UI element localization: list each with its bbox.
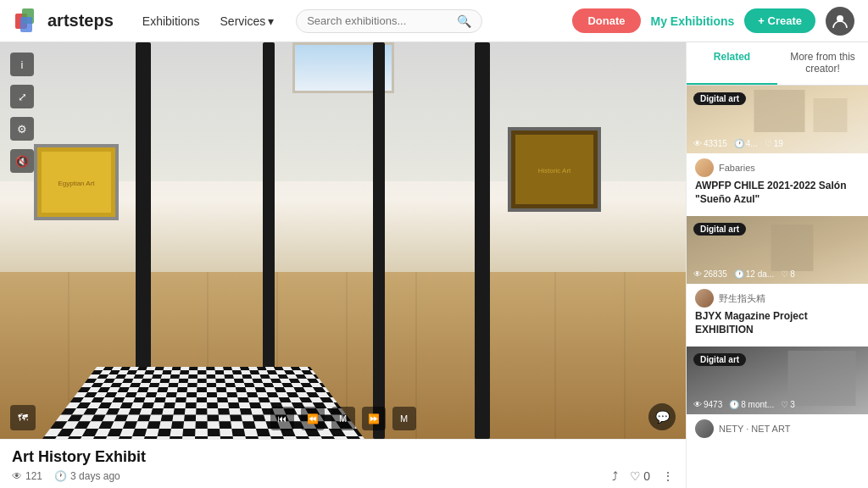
card-author-1: Fabaries	[695, 158, 860, 177]
author-avatar-1	[695, 158, 714, 177]
dropdown-chevron-icon: ▾	[268, 14, 274, 28]
card-author-2: 野生指头精	[695, 289, 860, 308]
rewind-button[interactable]: ⏪	[301, 407, 325, 430]
heart-icon: ♡	[781, 269, 788, 279]
logo-icon	[14, 7, 42, 36]
card-stats-2: 👁 26835 🕐 12 da... ♡ 8	[693, 269, 861, 279]
user-avatar-button[interactable]	[826, 7, 854, 36]
sidebar-card-1[interactable]: Digital art 👁 43315 🕐 4... ♡ 19	[687, 86, 868, 213]
meta-actions: ⤴ ♡ 0 ⋮	[612, 469, 674, 483]
chat-button[interactable]: 💬	[648, 403, 676, 430]
create-button[interactable]: + Create	[744, 8, 815, 33]
viewer-controls: i ⤢ ⚙ 🔇	[10, 53, 34, 173]
services-nav-link[interactable]: Services ▾	[212, 9, 283, 33]
fast-forward-button[interactable]: ⏩	[362, 407, 386, 430]
clock-icon: 🕐	[734, 139, 744, 148]
donate-button[interactable]: Donate	[572, 8, 640, 33]
info-bar: Art History Exhibit 👁 121 🕐 3 days ago ⤴…	[0, 439, 686, 488]
viewer-area: Egyptian Art Historic Art i ⤢ ⚙ 🔇	[0, 42, 686, 488]
clock-icon: 🕐	[734, 269, 744, 279]
card-likes-3: ♡ 3	[781, 400, 795, 409]
header: artsteps Exhibitions Services ▾ 🔍 Donate…	[0, 0, 868, 42]
card-info-3: NETY · NET ART	[687, 414, 868, 447]
heart-icon: ♡	[765, 139, 772, 148]
svg-rect-11	[754, 90, 805, 132]
search-input[interactable]	[307, 14, 453, 27]
card-badge-3: Digital art	[693, 353, 746, 366]
playback-controls: ⏮ ⏪ M ⏩ M	[270, 407, 416, 430]
time-meta: 🕐 3 days ago	[54, 470, 120, 482]
svg-rect-2	[20, 17, 32, 32]
svg-text:Egyptian Art: Egyptian Art	[58, 180, 95, 187]
views-meta: 👁 121	[12, 470, 42, 482]
my-exhibitions-link[interactable]: My Exhibitions	[651, 14, 735, 28]
card-thumbnail-2: Digital art 👁 26835 🕐 12 da... ♡ 8	[687, 216, 868, 284]
card-likes-2: ♡ 8	[781, 269, 795, 279]
card-title-1: AWPFP CHILE 2021-2022 Salón "Sueño Azul"	[695, 180, 860, 206]
play-button[interactable]: M	[331, 407, 355, 430]
search-icon[interactable]: 🔍	[457, 14, 471, 28]
exhibit-meta: 👁 121 🕐 3 days ago ⤴ ♡ 0 ⋮	[12, 469, 674, 483]
sidebar-card-3[interactable]: Digital art 👁 9473 🕐 8 mont... ♡ 3	[687, 347, 868, 447]
svg-rect-12	[814, 98, 848, 132]
eye-icon: 👁	[693, 400, 702, 409]
card-likes-1: ♡ 19	[765, 139, 783, 148]
tab-more-from-creator[interactable]: More from this creator!	[777, 42, 868, 85]
logo-area[interactable]: artsteps	[14, 7, 114, 36]
viewer-bottom-right: 💬	[648, 403, 676, 430]
svg-text:Historic Art: Historic Art	[538, 167, 571, 175]
author-avatar-2	[695, 289, 714, 308]
card-stats-3: 👁 9473 🕐 8 mont... ♡ 3	[693, 400, 861, 409]
heart-icon: ♡	[781, 400, 788, 409]
viewer-frame[interactable]: Egyptian Art Historic Art i ⤢ ⚙ 🔇	[0, 42, 686, 439]
author-name-3: NETY · NET ART	[719, 424, 790, 434]
settings-button[interactable]: ⚙	[10, 117, 34, 141]
artwork-right: Historic Art	[508, 127, 601, 212]
skip-back-button[interactable]: ⏮	[270, 407, 294, 430]
main-nav: Exhibitions Services ▾	[134, 9, 282, 33]
tab-related[interactable]: Related	[687, 42, 777, 85]
main-content: Egyptian Art Historic Art i ⤢ ⚙ 🔇	[0, 42, 868, 488]
card-badge-2: Digital art	[693, 223, 746, 236]
column-3	[373, 42, 385, 439]
info-button[interactable]: i	[10, 53, 34, 76]
card-info-2: 野生指头精 BJYX Magazine Project EXHIBITION	[687, 284, 868, 343]
card-views-2: 👁 26835	[693, 269, 727, 279]
clock-icon: 🕐	[729, 400, 739, 409]
svg-rect-14	[771, 225, 814, 271]
author-name-2: 野生指头精	[719, 292, 765, 305]
artwork-left: Egyptian Art	[34, 144, 119, 220]
card-views-3: 👁 9473	[693, 400, 722, 409]
card-author-3: NETY · NET ART	[695, 419, 860, 438]
eye-icon: 👁	[693, 139, 702, 148]
fullscreen-button[interactable]: ⤢	[10, 85, 34, 108]
sidebar-content: Digital art 👁 43315 🕐 4... ♡ 19	[687, 86, 868, 488]
eye-icon: 👁	[12, 470, 22, 482]
card-info-1: Fabaries AWPFP CHILE 2021-2022 Salón "Su…	[687, 153, 868, 213]
like-button[interactable]: ♡ 0	[630, 469, 650, 483]
card-title-2: BJYX Magazine Project EXHIBITION	[695, 310, 860, 336]
eye-icon: 👁	[693, 269, 702, 279]
column-4	[475, 42, 490, 439]
sidebar: Related More from this creator!	[686, 42, 868, 488]
sidebar-tabs: Related More from this creator!	[687, 42, 868, 86]
search-area: 🔍	[296, 9, 482, 33]
author-avatar-3	[695, 419, 714, 438]
card-views-1: 👁 43315	[693, 139, 727, 148]
card-stats-1: 👁 43315 🕐 4... ♡ 19	[693, 139, 861, 148]
exhibitions-nav-link[interactable]: Exhibitions	[134, 9, 209, 33]
heart-icon: ♡	[630, 469, 641, 483]
exhibit-title: Art History Exhibit	[12, 448, 674, 466]
author-name-1: Fabaries	[719, 163, 755, 173]
map-button[interactable]: 🗺	[10, 405, 36, 430]
more-options-button[interactable]: ⋮	[662, 469, 674, 483]
card-duration-1: 🕐 4...	[734, 139, 758, 148]
share-button[interactable]: ⤴	[612, 469, 618, 483]
skip-forward-button[interactable]: M	[392, 407, 416, 430]
card-duration-3: 🕐 8 mont...	[729, 400, 774, 409]
more-icon: ⋮	[662, 469, 674, 483]
sidebar-card-2[interactable]: Digital art 👁 26835 🕐 12 da... ♡ 8	[687, 216, 868, 343]
logo-text: artsteps	[47, 11, 114, 30]
share-icon: ⤴	[612, 469, 618, 483]
sound-button[interactable]: 🔇	[10, 149, 34, 173]
